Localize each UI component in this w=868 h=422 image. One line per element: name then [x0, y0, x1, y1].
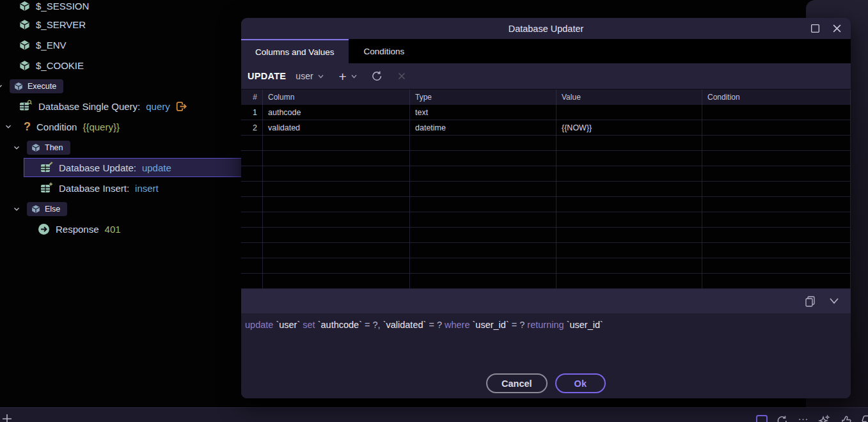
grid-header-type: Type [410, 90, 556, 105]
cube-icon [19, 60, 30, 71]
execute-badge[interactable]: Execute [10, 79, 63, 93]
tree-item-db-insert[interactable]: Database Insert: insert [40, 178, 159, 198]
query-preview-bar [241, 289, 851, 313]
table-select[interactable]: user [296, 71, 323, 81]
sql-preview: update `user` set `authcode` = ?, `valid… [241, 313, 851, 368]
cancel-button[interactable]: Cancel [486, 373, 548, 393]
grid-header-condition: Condition [702, 90, 851, 105]
stop-square-icon[interactable] [755, 414, 768, 422]
tree-item-then[interactable]: Then [12, 138, 70, 157]
tree-item-env[interactable]: $_ENV [19, 35, 67, 54]
remove-column-button-disabled[interactable] [397, 72, 406, 81]
table-row[interactable]: 2 validated datetime {{NOW}} [241, 120, 851, 136]
cell-column[interactable]: validated [263, 120, 410, 135]
table-row-empty[interactable] [241, 166, 851, 182]
database-insert-icon [40, 182, 53, 194]
chevron-down-icon [351, 74, 357, 79]
plus-icon: + [339, 70, 347, 83]
tree-item-db-single-query[interactable]: Database Single Query: query [19, 97, 187, 116]
table-row-empty[interactable] [241, 136, 851, 151]
cell-column[interactable]: authcode [263, 105, 410, 120]
add-column-button[interactable]: + [339, 70, 357, 83]
table-row-empty[interactable] [241, 197, 851, 212]
chevron-down-icon[interactable] [0, 82, 4, 91]
maximize-icon[interactable] [810, 23, 821, 34]
sql-token: `user` [276, 320, 300, 330]
dialog-footer: Cancel Ok [241, 368, 851, 398]
table-row-empty[interactable] [241, 274, 851, 289]
sql-token: set [300, 320, 317, 330]
refresh-icon[interactable] [776, 414, 789, 422]
tree-value: {{query}} [83, 121, 120, 132]
table-row-empty[interactable] [241, 151, 851, 166]
table-row[interactable]: 1 authcode text [241, 105, 851, 120]
response-arrow-icon [38, 223, 50, 235]
cell-type[interactable]: datetime [410, 120, 556, 135]
chevron-down-icon[interactable] [4, 122, 13, 131]
thumbs-down-icon[interactable] [860, 414, 868, 422]
tree-label: $_COOKIE [36, 60, 84, 71]
sql-token: update [245, 320, 276, 330]
tree-item-condition[interactable]: ? Condition {{query}} [4, 117, 120, 136]
columns-grid: # Column Type Value Condition 1 authcode… [241, 89, 851, 289]
cell-type[interactable]: text [410, 105, 556, 120]
tree-item-session[interactable]: $_SESSION [19, 0, 89, 15]
sparkles-icon[interactable] [818, 414, 831, 422]
table-row-empty[interactable] [241, 243, 851, 258]
tree-value: insert [135, 183, 159, 194]
add-icon[interactable] [1, 413, 13, 422]
tree-label: $_ENV [36, 40, 67, 51]
sql-token: = ? [426, 320, 445, 330]
database-update-icon [40, 162, 53, 174]
table-row-empty[interactable] [241, 212, 851, 228]
database-query-icon [19, 100, 33, 113]
cube-icon [31, 143, 40, 152]
chevron-down-icon[interactable] [12, 143, 21, 152]
sql-token: where [445, 320, 473, 330]
then-badge[interactable]: Then [27, 141, 70, 155]
badge-label: Else [45, 205, 60, 214]
thumbs-up-icon[interactable] [840, 414, 853, 422]
row-number: 2 [241, 120, 263, 135]
database-updater-dialog: Database Updater Columns and Values Cond… [241, 18, 851, 398]
cell-value[interactable]: {{NOW}} [556, 120, 702, 135]
tree-item-response[interactable]: Response 401 [38, 219, 121, 238]
sql-token: `user_id` [473, 320, 509, 330]
tree-item-db-update-selected[interactable]: Database Update: update [24, 158, 242, 177]
tree-item-else[interactable]: Else [12, 199, 67, 219]
chevron-down-icon [318, 74, 324, 79]
cube-icon [31, 205, 40, 214]
tab-conditions[interactable]: Conditions [349, 39, 420, 63]
tree-label: $_SESSION [36, 1, 89, 12]
cell-condition[interactable] [702, 105, 851, 120]
cell-value[interactable] [556, 105, 702, 120]
cube-icon [19, 1, 30, 12]
sql-token: `validated` [383, 320, 427, 330]
dialog-titlebar[interactable]: Database Updater [241, 18, 851, 39]
table-row-empty[interactable] [241, 228, 851, 243]
tree-label: Database Update: [59, 162, 136, 173]
tree-item-cookie[interactable]: $_COOKIE [19, 56, 84, 75]
table-row-empty[interactable] [241, 258, 851, 274]
status-bar: … [0, 407, 868, 422]
tree-item-server[interactable]: $_SERVER [19, 15, 86, 34]
table-row-empty[interactable] [241, 182, 851, 197]
tree-label: Response [56, 224, 99, 235]
tree-item-execute[interactable]: Execute [0, 77, 63, 96]
row-number: 1 [241, 105, 263, 120]
copy-icon[interactable] [804, 295, 816, 308]
chevron-down-icon[interactable] [829, 297, 839, 305]
dialog-toolbar: UPDATE user + [241, 63, 851, 89]
sql-token: = ? [509, 320, 528, 330]
cube-icon [19, 40, 30, 51]
chevron-down-icon[interactable] [12, 205, 21, 214]
refresh-columns-button[interactable] [371, 70, 383, 82]
more-icon[interactable]: … [798, 410, 809, 422]
cell-condition[interactable] [702, 120, 851, 135]
else-badge[interactable]: Else [27, 202, 67, 216]
grid-header-row: # Column Type Value Condition [241, 89, 851, 105]
ok-button[interactable]: Ok [555, 373, 606, 393]
close-icon[interactable] [832, 24, 842, 33]
grid-header-value: Value [556, 90, 702, 105]
tab-columns-and-values[interactable]: Columns and Values [241, 39, 349, 63]
